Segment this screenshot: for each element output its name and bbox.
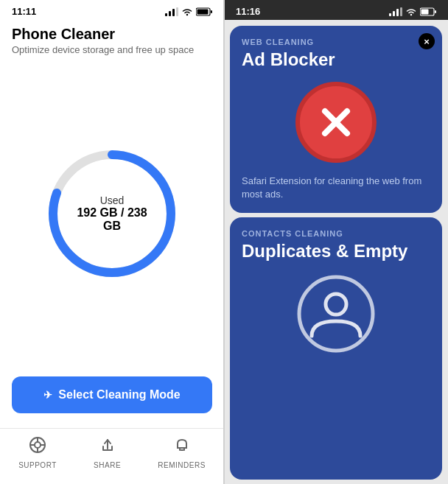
x-mark-icon bbox=[318, 104, 354, 141]
select-cleaning-mode-button[interactable]: ✈ Select Cleaning Mode bbox=[12, 376, 212, 413]
svg-rect-3 bbox=[176, 7, 178, 16]
circle-text: Used 192 GB / 238 GB bbox=[75, 194, 149, 233]
ad-blocker-category: WEB CLEANING bbox=[242, 38, 430, 46]
nav-item-support[interactable]: SUPPORT bbox=[18, 436, 57, 469]
share-label: SHARE bbox=[94, 461, 121, 469]
bottom-nav: SUPPORT SHARE RE bbox=[0, 428, 224, 484]
ad-blocker-card: × WEB CLEANING Ad Blocker Safari Extensi… bbox=[230, 26, 442, 213]
contacts-icon bbox=[295, 273, 377, 354]
support-icon bbox=[29, 436, 46, 458]
svg-rect-22 bbox=[396, 9, 399, 16]
reminders-icon bbox=[173, 436, 191, 458]
cleaning-icon: ✈ bbox=[43, 389, 52, 401]
x-icon-container bbox=[309, 96, 363, 149]
ad-blocker-circle bbox=[295, 82, 377, 163]
right-battery-icon bbox=[420, 7, 436, 16]
svg-rect-0 bbox=[165, 13, 167, 16]
ad-blocker-title: Ad Blocker bbox=[242, 49, 430, 70]
support-label: SUPPORT bbox=[18, 461, 57, 469]
select-button-label: Select Cleaning Mode bbox=[58, 388, 180, 401]
right-time-label: 11:16 bbox=[236, 6, 260, 17]
time-label: 11:11 bbox=[12, 6, 36, 17]
signal-icon bbox=[165, 7, 178, 16]
duplicates-category: CONTACTS CLEANING bbox=[242, 229, 430, 238]
contacts-icon-container bbox=[242, 273, 430, 354]
left-panel: 11:11 Phone Cleaner bbox=[0, 0, 224, 484]
panel-divider bbox=[223, 0, 225, 484]
svg-rect-6 bbox=[211, 10, 212, 13]
svg-rect-26 bbox=[435, 10, 436, 13]
nav-item-share[interactable]: SHARE bbox=[94, 436, 121, 469]
svg-point-10 bbox=[35, 442, 41, 448]
svg-point-30 bbox=[326, 294, 346, 315]
svg-rect-2 bbox=[172, 9, 175, 16]
app-title: Phone Cleaner bbox=[12, 26, 212, 43]
ad-blocker-icon-container bbox=[242, 82, 430, 163]
svg-rect-23 bbox=[400, 7, 402, 16]
ad-blocker-description: Safari Extension for cleaning the web fr… bbox=[242, 175, 430, 201]
duplicates-card: CONTACTS CLEANING Duplicates & Empty bbox=[230, 217, 442, 480]
duplicates-title: Duplicates & Empty bbox=[242, 241, 430, 262]
wifi-icon bbox=[181, 7, 193, 16]
svg-rect-20 bbox=[389, 13, 391, 16]
close-button[interactable]: × bbox=[419, 33, 435, 49]
status-icons bbox=[165, 7, 212, 16]
nav-item-reminders[interactable]: REMINDERS bbox=[158, 436, 206, 469]
svg-rect-5 bbox=[197, 9, 209, 14]
right-status-bar: 11:16 bbox=[224, 0, 448, 20]
used-label: Used bbox=[75, 194, 149, 206]
storage-circle-container: Used 192 GB / 238 GB bbox=[0, 51, 224, 376]
storage-value: 192 GB / 238 GB bbox=[75, 206, 149, 233]
svg-rect-25 bbox=[421, 9, 429, 14]
battery-icon bbox=[196, 7, 212, 16]
right-wifi-icon bbox=[405, 7, 417, 16]
right-status-icons bbox=[389, 7, 436, 16]
share-icon bbox=[99, 436, 116, 458]
reminders-label: REMINDERS bbox=[158, 461, 206, 469]
left-status-bar: 11:11 bbox=[0, 0, 224, 20]
storage-circle: Used 192 GB / 238 GB bbox=[38, 140, 186, 287]
svg-rect-1 bbox=[169, 11, 171, 16]
right-panel: 11:16 × WEB CLEANIN bbox=[224, 0, 448, 484]
right-signal-icon bbox=[389, 7, 402, 16]
svg-rect-21 bbox=[393, 11, 395, 16]
